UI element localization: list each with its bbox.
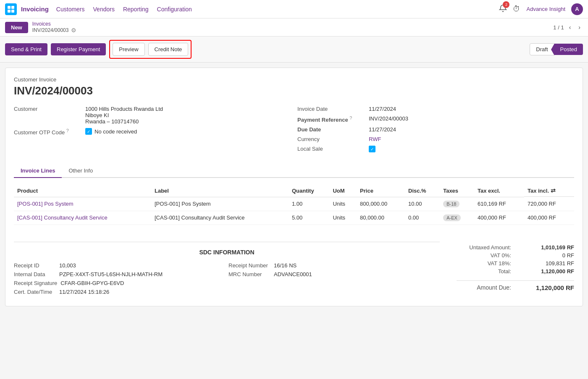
row1-disc: 10.00 — [405, 197, 440, 211]
nav-reporting[interactable]: Reporting — [123, 4, 149, 14]
sdc-right: Receipt Number 16/16 NS MRC Number ADVAN… — [228, 262, 440, 298]
nav-vendors[interactable]: Vendors — [93, 4, 115, 14]
breadcrumb-parent[interactable]: Invoices — [32, 21, 554, 27]
total-value: 1,120,000 RF — [528, 268, 574, 274]
nav-links: Customers Vendors Reporting Configuratio… — [56, 4, 498, 14]
nav-configuration[interactable]: Configuration — [157, 4, 192, 14]
bottom-section: SDC INFORMATION Receipt ID 10,003 Intern… — [14, 233, 574, 298]
currency-label: Currency — [297, 136, 369, 142]
payment-ref-label: Payment Reference ? — [297, 115, 369, 123]
user-avatar[interactable]: A — [571, 3, 583, 15]
untaxed-row: Untaxed Amount: 1,010,169 RF — [457, 244, 574, 251]
row1-product[interactable]: [POS-001] Pos System — [14, 197, 151, 211]
col-disc: Disc.% — [405, 185, 440, 197]
tab-invoice-lines[interactable]: Invoice Lines — [14, 164, 62, 178]
local-sale-label: Local Sale — [297, 146, 369, 152]
totals-block: Untaxed Amount: 1,010,169 RF VAT 0%: 0 R… — [440, 233, 574, 291]
preview-button[interactable]: Preview — [113, 43, 144, 56]
row1-price: 800,000.00 — [357, 197, 405, 211]
invoice-date-row: Invoice Date 11/27/2024 — [297, 106, 574, 112]
internal-data-label: Internal Data — [14, 271, 56, 277]
svg-rect-1 — [11, 6, 14, 9]
nav-customers[interactable]: Customers — [56, 4, 85, 14]
row1-tax-excl: 610,169 RF — [474, 197, 524, 211]
row2-tax-excl: 400,000 RF — [474, 211, 524, 225]
customer-info: 1000 Hills Products Rwanda Ltd Niboye KI… — [85, 106, 163, 125]
clock-icon[interactable]: ⏱ — [513, 5, 520, 13]
action-bar: New Invoices INV/2024/00003 ⚙ 1 / 1 ‹ › — [0, 18, 588, 37]
row1-label: [POS-001] Pos System — [151, 197, 289, 211]
settings-gear-icon[interactable]: ⚙ — [71, 27, 76, 34]
receipt-id-row: Receipt ID 10,003 — [14, 262, 225, 269]
row2-tax-incl: 400,000 RF — [524, 211, 574, 225]
row1-tax-incl: 720,000 RF — [524, 197, 574, 211]
col-tax-incl: Tax incl. ⇄ — [524, 185, 574, 197]
due-date-row: Due Date 11/27/2024 — [297, 126, 574, 133]
sdc-info-block: SDC INFORMATION Receipt ID 10,003 Intern… — [14, 233, 440, 298]
table-row: [POS-001] Pos System [POS-001] Pos Syste… — [14, 197, 574, 211]
total-label: Total: — [457, 268, 511, 274]
col-taxes: Taxes — [440, 185, 474, 197]
customer-country: Rwanda – 103714760 — [85, 118, 163, 125]
breadcrumb-current-label: INV/2024/00003 — [32, 27, 69, 33]
row1-quantity: 1.00 — [289, 197, 329, 211]
receipt-sig-row: Receipt Signature CFAR-GBIH-GPYG-E6VD — [14, 280, 225, 286]
notification-icon[interactable]: 2 — [498, 4, 507, 14]
payment-ref-tooltip-icon[interactable]: ? — [349, 115, 352, 120]
amount-due-value: 1,120,000 RF — [528, 284, 574, 291]
svg-rect-3 — [11, 10, 14, 13]
due-date-value: 11/27/2024 — [369, 126, 396, 133]
invoice-info-grid: Customer 1000 Hills Products Rwanda Ltd … — [14, 106, 574, 156]
cert-date-value: 11/27/2024 15:18:26 — [59, 289, 109, 295]
svg-rect-2 — [8, 10, 10, 13]
posted-status-button[interactable]: Posted — [554, 44, 583, 55]
next-page-button[interactable]: › — [576, 23, 583, 31]
register-payment-button[interactable]: Register Payment — [51, 43, 106, 55]
invoice-table: Product Label Quantity UoM Price Disc.% … — [14, 185, 574, 225]
row2-taxes: A-EX — [440, 211, 474, 225]
untaxed-value: 1,010,169 RF — [528, 244, 574, 251]
untaxed-label: Untaxed Amount: — [457, 244, 511, 251]
receipt-id-value: 10,003 — [59, 262, 76, 269]
app-name[interactable]: Invoicing — [21, 5, 49, 13]
col-price: Price — [357, 185, 405, 197]
customer-name[interactable]: 1000 Hills Products Rwanda Ltd — [85, 106, 163, 112]
invoice-date-value: 11/27/2024 — [369, 106, 396, 112]
col-quantity: Quantity — [289, 185, 329, 197]
tab-other-info[interactable]: Other Info — [62, 164, 100, 178]
totals-section: Untaxed Amount: 1,010,169 RF VAT 0%: 0 R… — [440, 240, 574, 291]
breadcrumb: Invoices INV/2024/00003 ⚙ — [32, 21, 554, 34]
mrc-number-row: MRC Number ADVANCE0001 — [228, 271, 440, 277]
table-row: [CAS-001] Consultancy Audit Service [CAS… — [14, 211, 574, 225]
otp-checkbox[interactable]: ✓ — [85, 128, 92, 135]
row2-product[interactable]: [CAS-001] Consultancy Audit Service — [14, 211, 151, 225]
app-icon — [5, 3, 17, 15]
send-print-button[interactable]: Send & Print — [5, 43, 47, 55]
advance-insight-link[interactable]: Advance Insight — [526, 6, 565, 12]
vat18-label: VAT 18%: — [457, 260, 511, 267]
status-buttons: Draft Posted — [530, 43, 583, 55]
total-row: Total: 1,120,000 RF — [457, 268, 574, 274]
invoice-date-label: Invoice Date — [297, 106, 369, 112]
receipt-number-label: Receipt Number — [228, 262, 270, 269]
vat0-row: VAT 0%: 0 RF — [457, 252, 574, 259]
local-sale-checkbox[interactable]: ✓ — [369, 146, 375, 152]
local-sale-row: Local Sale ✓ — [297, 146, 574, 152]
pagination: 1 / 1 ‹ › — [553, 23, 583, 31]
col-uom: UoM — [329, 185, 357, 197]
preview-creditnote-group: Preview Credit Note — [109, 40, 192, 59]
customer-label: Customer — [14, 106, 85, 112]
otp-label: Customer OTP Code ? — [14, 128, 85, 136]
mrc-number-value: ADVANCE0001 — [274, 271, 312, 277]
prev-page-button[interactable]: ‹ — [567, 23, 574, 31]
sdc-title: SDC INFORMATION — [14, 249, 440, 256]
new-button[interactable]: New — [5, 22, 28, 33]
row2-uom: Units — [329, 211, 357, 225]
currency-value[interactable]: RWF — [369, 136, 381, 142]
invoice-type-label: Customer Invoice — [14, 76, 574, 83]
column-settings-icon[interactable]: ⇄ — [551, 187, 556, 194]
otp-tooltip-icon[interactable]: ? — [66, 128, 69, 133]
vat18-row: VAT 18%: 109,831 RF — [457, 260, 574, 267]
credit-note-button[interactable]: Credit Note — [148, 43, 189, 56]
top-navigation: Invoicing Customers Vendors Reporting Co… — [0, 0, 588, 18]
